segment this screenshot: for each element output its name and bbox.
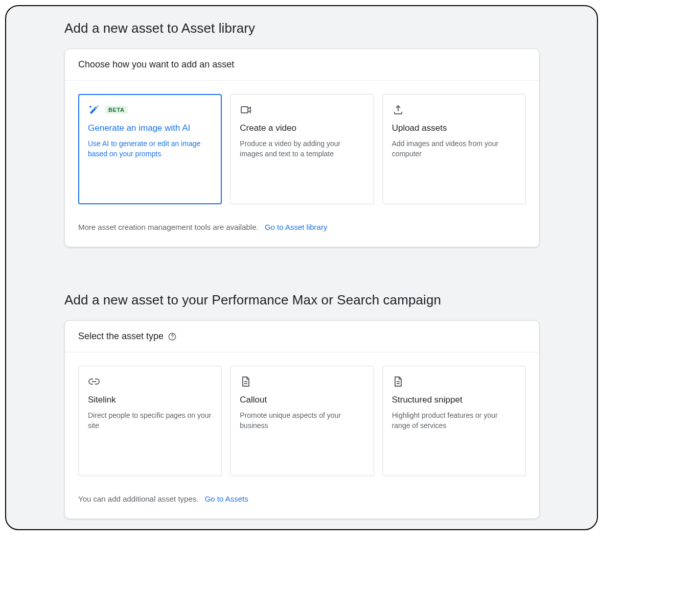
svg-point-2 [172, 338, 173, 339]
footer-text: You can add additional asset types. [78, 494, 198, 503]
card-body: BETA Generate an image with AI Use AI to… [65, 81, 539, 247]
card-footer: More asset creation management tools are… [78, 223, 526, 231]
option-structured-snippet[interactable]: Structured snippet Highlight product fea… [382, 366, 526, 476]
option-title: Create a video [240, 123, 364, 133]
option-desc: Produce a video by adding your images an… [240, 138, 364, 159]
go-to-assets-link[interactable]: Go to Assets [205, 494, 248, 503]
option-upload-assets[interactable]: Upload assets Add images and videos from… [382, 94, 526, 204]
footer-text: More asset creation management tools are… [78, 223, 259, 231]
card-add-asset-library: Choose how you want to add an asset BETA… [64, 49, 540, 247]
option-row: BETA Generate an image with AI Use AI to… [78, 94, 526, 204]
option-desc: Direct people to specific pages on your … [88, 410, 212, 431]
section-title-campaign: Add a new asset to your Performance Max … [64, 292, 588, 308]
card-select-asset-type: Select the asset type Sitelink Direct pe… [64, 320, 540, 519]
card-header-text: Select the asset type [78, 331, 164, 342]
beta-badge: BETA [105, 106, 128, 114]
option-title: Sitelink [88, 395, 212, 405]
go-to-asset-library-link[interactable]: Go to Asset library [265, 223, 328, 231]
card-footer: You can add additional asset types. Go t… [78, 494, 526, 503]
section-title-asset-library: Add a new asset to Asset library [64, 20, 588, 36]
option-desc: Promote unique aspects of your business [240, 410, 364, 431]
link-icon [88, 375, 100, 388]
page-frame: Add a new asset to Asset library Choose … [5, 5, 598, 530]
option-callout[interactable]: Callout Promote unique aspects of your b… [230, 366, 374, 476]
card-header: Select the asset type [65, 321, 539, 352]
option-title: Structured snippet [392, 395, 516, 405]
video-camera-icon [240, 104, 252, 116]
help-icon[interactable] [168, 332, 177, 341]
upload-icon [392, 104, 404, 116]
option-row: Sitelink Direct people to specific pages… [78, 366, 526, 476]
card-body: Sitelink Direct people to specific pages… [65, 352, 539, 518]
option-desc: Highlight product features or your range… [392, 410, 516, 431]
option-desc: Add images and videos from your computer [392, 138, 516, 159]
option-generate-image-ai[interactable]: BETA Generate an image with AI Use AI to… [78, 94, 222, 204]
svg-rect-0 [241, 107, 248, 113]
option-title: Callout [240, 395, 364, 405]
card-header: Choose how you want to add an asset [65, 49, 539, 81]
option-title: Upload assets [392, 123, 516, 133]
option-title: Generate an image with AI [88, 123, 212, 133]
option-sitelink[interactable]: Sitelink Direct people to specific pages… [78, 366, 222, 476]
document-icon [240, 375, 252, 388]
option-desc: Use AI to generate or edit an image base… [88, 138, 212, 159]
option-create-video[interactable]: Create a video Produce a video by adding… [230, 94, 374, 204]
card-header-text: Choose how you want to add an asset [78, 59, 234, 70]
document-icon [392, 375, 404, 388]
magic-wand-icon [88, 104, 100, 116]
